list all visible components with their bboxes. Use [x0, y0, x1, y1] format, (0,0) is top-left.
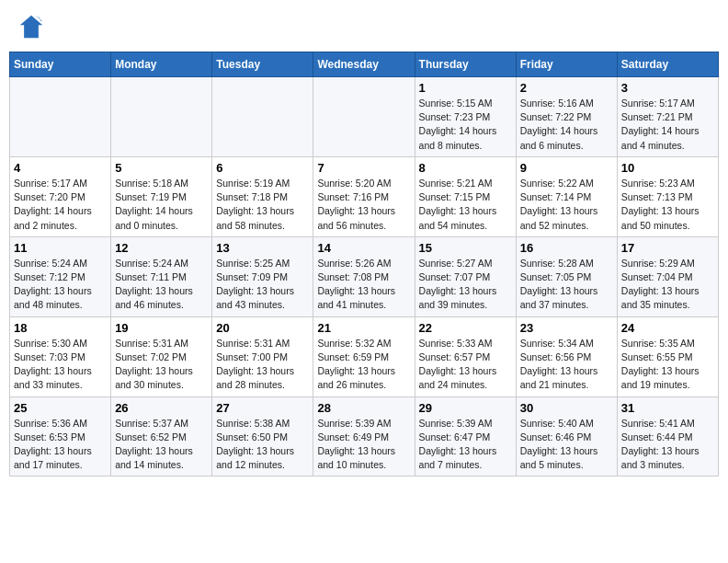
- day-info: Sunrise: 5:27 AM Sunset: 7:07 PM Dayligh…: [419, 257, 512, 313]
- day-info: Sunrise: 5:20 AM Sunset: 7:16 PM Dayligh…: [317, 177, 410, 233]
- day-number: 9: [520, 161, 613, 175]
- weekday-header: Saturday: [617, 52, 718, 77]
- day-number: 22: [419, 321, 512, 335]
- day-info: Sunrise: 5:15 AM Sunset: 7:23 PM Dayligh…: [419, 97, 512, 153]
- day-info: Sunrise: 5:23 AM Sunset: 7:13 PM Dayligh…: [621, 177, 714, 233]
- day-info: Sunrise: 5:26 AM Sunset: 7:08 PM Dayligh…: [317, 257, 410, 313]
- calendar-table: SundayMondayTuesdayWednesdayThursdayFrid…: [9, 52, 719, 477]
- day-number: 6: [216, 161, 309, 175]
- calendar-cell: [212, 77, 313, 157]
- day-info: Sunrise: 5:33 AM Sunset: 6:57 PM Dayligh…: [419, 337, 512, 393]
- day-number: 29: [419, 401, 512, 415]
- calendar-cell: 7Sunrise: 5:20 AM Sunset: 7:16 PM Daylig…: [313, 156, 415, 236]
- day-number: 3: [621, 81, 714, 95]
- day-info: Sunrise: 5:17 AM Sunset: 7:20 PM Dayligh…: [14, 177, 107, 233]
- weekday-header: Friday: [516, 52, 617, 77]
- day-info: Sunrise: 5:40 AM Sunset: 6:46 PM Dayligh…: [520, 417, 613, 473]
- calendar-cell: 27Sunrise: 5:38 AM Sunset: 6:50 PM Dayli…: [212, 396, 313, 477]
- calendar-cell: 21Sunrise: 5:32 AM Sunset: 6:59 PM Dayli…: [313, 316, 415, 396]
- day-number: 25: [14, 401, 107, 415]
- day-number: 20: [216, 321, 309, 335]
- logo: [18, 14, 48, 40]
- calendar-cell: 15Sunrise: 5:27 AM Sunset: 7:07 PM Dayli…: [415, 236, 516, 316]
- day-number: 19: [115, 321, 208, 335]
- calendar-cell: 23Sunrise: 5:34 AM Sunset: 6:56 PM Dayli…: [516, 316, 617, 396]
- day-number: 10: [621, 161, 714, 175]
- day-info: Sunrise: 5:28 AM Sunset: 7:05 PM Dayligh…: [520, 257, 613, 313]
- calendar-week-row: 1Sunrise: 5:15 AM Sunset: 7:23 PM Daylig…: [10, 77, 719, 157]
- day-number: 12: [115, 241, 208, 255]
- day-info: Sunrise: 5:31 AM Sunset: 7:02 PM Dayligh…: [115, 337, 208, 393]
- calendar-week-row: 25Sunrise: 5:36 AM Sunset: 6:53 PM Dayli…: [10, 396, 719, 477]
- calendar-cell: 6Sunrise: 5:19 AM Sunset: 7:18 PM Daylig…: [212, 156, 313, 236]
- calendar-cell: 17Sunrise: 5:29 AM Sunset: 7:04 PM Dayli…: [617, 236, 718, 316]
- day-number: 5: [115, 161, 208, 175]
- day-info: Sunrise: 5:18 AM Sunset: 7:19 PM Dayligh…: [115, 177, 208, 233]
- page-header: [9, 9, 719, 44]
- calendar-cell: 11Sunrise: 5:24 AM Sunset: 7:12 PM Dayli…: [10, 236, 111, 316]
- day-number: 4: [14, 161, 107, 175]
- day-number: 13: [216, 241, 309, 255]
- day-info: Sunrise: 5:22 AM Sunset: 7:14 PM Dayligh…: [520, 177, 613, 233]
- day-number: 16: [520, 241, 613, 255]
- day-number: 18: [14, 321, 107, 335]
- calendar-cell: 16Sunrise: 5:28 AM Sunset: 7:05 PM Dayli…: [516, 236, 617, 316]
- day-number: 31: [621, 401, 714, 415]
- day-number: 11: [14, 241, 107, 255]
- day-number: 7: [317, 161, 410, 175]
- calendar-cell: 29Sunrise: 5:39 AM Sunset: 6:47 PM Dayli…: [415, 396, 516, 477]
- day-info: Sunrise: 5:17 AM Sunset: 7:21 PM Dayligh…: [621, 97, 714, 153]
- weekday-header: Thursday: [415, 52, 516, 77]
- calendar-cell: 13Sunrise: 5:25 AM Sunset: 7:09 PM Dayli…: [212, 236, 313, 316]
- day-info: Sunrise: 5:32 AM Sunset: 6:59 PM Dayligh…: [317, 337, 410, 393]
- calendar-cell: [313, 77, 415, 157]
- day-number: 14: [317, 241, 410, 255]
- day-info: Sunrise: 5:29 AM Sunset: 7:04 PM Dayligh…: [621, 257, 714, 313]
- day-info: Sunrise: 5:39 AM Sunset: 6:49 PM Dayligh…: [317, 417, 410, 473]
- day-info: Sunrise: 5:34 AM Sunset: 6:56 PM Dayligh…: [520, 337, 613, 393]
- calendar-cell: 9Sunrise: 5:22 AM Sunset: 7:14 PM Daylig…: [516, 156, 617, 236]
- day-info: Sunrise: 5:38 AM Sunset: 6:50 PM Dayligh…: [216, 417, 309, 473]
- day-info: Sunrise: 5:35 AM Sunset: 6:55 PM Dayligh…: [621, 337, 714, 393]
- weekday-header: Monday: [111, 52, 212, 77]
- logo-icon: [18, 14, 44, 40]
- calendar-cell: 1Sunrise: 5:15 AM Sunset: 7:23 PM Daylig…: [415, 77, 516, 157]
- calendar-cell: [111, 77, 212, 157]
- day-number: 23: [520, 321, 613, 335]
- day-number: 24: [621, 321, 714, 335]
- day-number: 30: [520, 401, 613, 415]
- day-info: Sunrise: 5:24 AM Sunset: 7:12 PM Dayligh…: [14, 257, 107, 313]
- day-number: 15: [419, 241, 512, 255]
- calendar-cell: 31Sunrise: 5:41 AM Sunset: 6:44 PM Dayli…: [617, 396, 718, 477]
- calendar-cell: 8Sunrise: 5:21 AM Sunset: 7:15 PM Daylig…: [415, 156, 516, 236]
- calendar-week-row: 18Sunrise: 5:30 AM Sunset: 7:03 PM Dayli…: [10, 316, 719, 396]
- calendar-cell: [10, 77, 111, 157]
- calendar-cell: 28Sunrise: 5:39 AM Sunset: 6:49 PM Dayli…: [313, 396, 415, 477]
- day-number: 17: [621, 241, 714, 255]
- day-number: 28: [317, 401, 410, 415]
- day-info: Sunrise: 5:21 AM Sunset: 7:15 PM Dayligh…: [419, 177, 512, 233]
- day-info: Sunrise: 5:25 AM Sunset: 7:09 PM Dayligh…: [216, 257, 309, 313]
- calendar-cell: 20Sunrise: 5:31 AM Sunset: 7:00 PM Dayli…: [212, 316, 313, 396]
- calendar-week-row: 11Sunrise: 5:24 AM Sunset: 7:12 PM Dayli…: [10, 236, 719, 316]
- day-info: Sunrise: 5:30 AM Sunset: 7:03 PM Dayligh…: [14, 337, 107, 393]
- weekday-header: Sunday: [10, 52, 111, 77]
- calendar-cell: 4Sunrise: 5:17 AM Sunset: 7:20 PM Daylig…: [10, 156, 111, 236]
- calendar-cell: 18Sunrise: 5:30 AM Sunset: 7:03 PM Dayli…: [10, 316, 111, 396]
- calendar-cell: 25Sunrise: 5:36 AM Sunset: 6:53 PM Dayli…: [10, 396, 111, 477]
- day-info: Sunrise: 5:19 AM Sunset: 7:18 PM Dayligh…: [216, 177, 309, 233]
- calendar-week-row: 4Sunrise: 5:17 AM Sunset: 7:20 PM Daylig…: [10, 156, 719, 236]
- day-info: Sunrise: 5:41 AM Sunset: 6:44 PM Dayligh…: [621, 417, 714, 473]
- calendar-cell: 2Sunrise: 5:16 AM Sunset: 7:22 PM Daylig…: [516, 77, 617, 157]
- day-info: Sunrise: 5:31 AM Sunset: 7:00 PM Dayligh…: [216, 337, 309, 393]
- calendar-cell: 26Sunrise: 5:37 AM Sunset: 6:52 PM Dayli…: [111, 396, 212, 477]
- weekday-header-row: SundayMondayTuesdayWednesdayThursdayFrid…: [10, 52, 719, 77]
- day-info: Sunrise: 5:16 AM Sunset: 7:22 PM Dayligh…: [520, 97, 613, 153]
- day-info: Sunrise: 5:37 AM Sunset: 6:52 PM Dayligh…: [115, 417, 208, 473]
- calendar-cell: 3Sunrise: 5:17 AM Sunset: 7:21 PM Daylig…: [617, 77, 718, 157]
- day-info: Sunrise: 5:36 AM Sunset: 6:53 PM Dayligh…: [14, 417, 107, 473]
- day-info: Sunrise: 5:39 AM Sunset: 6:47 PM Dayligh…: [419, 417, 512, 473]
- day-number: 1: [419, 81, 512, 95]
- calendar-cell: 5Sunrise: 5:18 AM Sunset: 7:19 PM Daylig…: [111, 156, 212, 236]
- calendar-cell: 24Sunrise: 5:35 AM Sunset: 6:55 PM Dayli…: [617, 316, 718, 396]
